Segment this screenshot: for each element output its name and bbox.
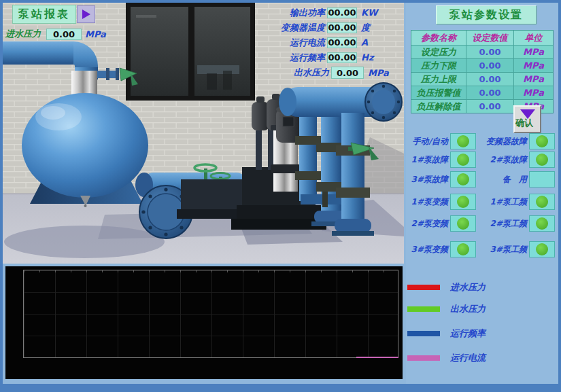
status-row: 2#泵变频 2#泵工频 [406, 215, 558, 232]
run-frequency-label: 运行频率 [245, 52, 325, 64]
parameter-table: 参数名称 设定数值 单位 设定压力 0.00 MPa 压力下限 0.00 MPa… [411, 30, 554, 113]
confirm-label: 确认 [515, 117, 533, 129]
report-play-button[interactable] [77, 5, 95, 23]
inverter-temp-label: 变频器温度 [245, 22, 325, 34]
window [126, 3, 255, 101]
inlet-pressure-label: 进水压力 [5, 28, 45, 40]
legend-item: 运行频率 [407, 328, 486, 339]
pressure-high-input[interactable]: 0.00 [466, 73, 513, 86]
status-row: 手动/自动 变频器故障 [406, 132, 558, 150]
report-button[interactable]: 泵站报表 [12, 5, 76, 24]
status-label: 2#泵故障 [479, 154, 527, 166]
table-header-row: 参数名称 设定数值 单位 [411, 31, 553, 45]
legend-label: 运行电流 [450, 352, 486, 364]
status-label: 1#泵故障 [406, 154, 448, 166]
status-label: 3#泵故障 [406, 174, 448, 185]
outlet-pressure-unit: MPa [368, 68, 389, 78]
status-lamp-pump2-vfd [450, 215, 476, 232]
legend-label: 出水压力 [450, 303, 486, 315]
output-power-unit: KW [361, 7, 377, 18]
trend-plot-area [23, 270, 398, 358]
pressure-low-input[interactable]: 0.00 [466, 59, 513, 72]
table-row: 设定压力 0.00 MPa [411, 45, 553, 58]
table-row: 负压报警值 0.00 MPa [411, 86, 553, 99]
report-button-group: 泵站报表 [12, 5, 95, 24]
run-frequency-value: 00.00 [327, 52, 357, 63]
axis-ticks [24, 270, 398, 272]
status-row: 3#泵变频 3#泵工频 [406, 240, 558, 258]
inlet-pressure-value: 0.00 [46, 29, 82, 40]
output-power-value: 00.00 [327, 7, 357, 18]
status-row: 1#泵变频 1#泵工频 [406, 193, 558, 211]
status-lamp-inverter-fault [529, 133, 555, 149]
status-lamp-manual-auto [450, 133, 476, 149]
trend-chart [5, 266, 403, 379]
outlet-pressure-value: 0.00 [331, 67, 364, 79]
status-lamp-spare [529, 171, 555, 188]
status-lamp-pump1-mains [529, 194, 555, 210]
neg-pressure-release-input[interactable]: 0.00 [466, 100, 513, 113]
output-power-label: 输出功率 [245, 7, 325, 19]
status-lamp-pump3-vfd [450, 241, 476, 257]
status-label: 1#泵变频 [406, 196, 448, 208]
neg-pressure-alarm-input[interactable]: 0.00 [466, 86, 513, 99]
readout-row: 运行频率 00.00 Hz [245, 52, 377, 63]
readout-group: 输出功率 00.00 KW 变频器温度 00.00 度 运行电流 00.00 A… [245, 7, 377, 67]
status-lamp-pump2-fault [529, 152, 555, 168]
run-current-trace [356, 357, 398, 358]
legend-item: 出水压力 [407, 304, 486, 315]
run-frequency-unit: Hz [361, 52, 373, 63]
legend-swatch-inlet-pressure [407, 285, 440, 290]
run-current-label: 运行电流 [245, 37, 325, 49]
col-unit: 单位 [513, 31, 553, 45]
status-row: 3#泵故障 备 用 [406, 171, 558, 188]
inlet-pressure-unit: MPa [85, 29, 106, 39]
main-content: 泵站报表 进水压力 0.00 MPa 输出功率 00.00 KW 变频器温度 0… [3, 3, 558, 384]
status-label: 手动/自动 [406, 136, 448, 147]
pump-station-3d-scene: 泵站报表 进水压力 0.00 MPa 输出功率 00.00 KW 变频器温度 0… [3, 3, 404, 264]
inverter-temp-unit: 度 [361, 22, 370, 34]
status-label: 1#泵工频 [479, 196, 527, 208]
hmi-window: 泵站报表 进水压力 0.00 MPa 输出功率 00.00 KW 变频器温度 0… [0, 0, 561, 392]
status-label: 3#泵变频 [406, 244, 448, 255]
legend-label: 运行频率 [450, 327, 486, 340]
status-lamp-pump2-mains [529, 215, 555, 232]
set-pressure-input[interactable]: 0.00 [466, 46, 513, 58]
legend-item: 进水压力 [407, 282, 486, 293]
legend-swatch-run-frequency [407, 331, 440, 336]
legend-swatch-run-current [407, 355, 440, 361]
status-label: 备 用 [479, 174, 527, 185]
inlet-pressure-row: 进水压力 0.00 MPa [5, 28, 106, 40]
parameter-panel: 泵站参数设置 参数名称 设定数值 单位 设定压力 0.00 MPa 压力下限 0… [406, 3, 558, 384]
panel-title: 泵站参数设置 [436, 5, 537, 24]
status-lamp-pump3-fault [450, 171, 476, 188]
status-label: 3#泵工频 [479, 244, 527, 255]
status-lamp-pump1-vfd [450, 194, 476, 210]
legend-item: 运行电流 [407, 353, 486, 363]
table-row: 压力下限 0.00 MPa [411, 58, 553, 72]
status-lamp-pump1-fault [450, 152, 476, 168]
run-current-unit: A [361, 37, 368, 48]
play-icon [82, 10, 90, 19]
legend-label: 进水压力 [450, 281, 486, 293]
confirm-button[interactable]: 确认 [513, 105, 541, 133]
status-label: 2#泵工频 [479, 218, 527, 230]
col-set-value: 设定数值 [466, 31, 513, 45]
readout-row: 变频器温度 00.00 度 [245, 22, 377, 33]
status-label: 2#泵变频 [406, 218, 448, 230]
status-row: 1#泵故障 2#泵故障 [406, 151, 558, 168]
readout-row: 运行电流 00.00 A [245, 37, 377, 48]
table-row: 压力上限 0.00 MPa [411, 72, 553, 86]
outlet-pressure-label: 出水压力 [245, 67, 329, 79]
legend-swatch-outlet-pressure [407, 306, 440, 312]
status-label: 变频器故障 [479, 136, 527, 147]
col-param-name: 参数名称 [411, 31, 466, 45]
readout-row: 输出功率 00.00 KW [245, 7, 377, 18]
status-lamp-pump3-mains [529, 241, 555, 257]
outlet-pressure-row: 出水压力 0.00 MPa [245, 67, 389, 79]
run-current-value: 00.00 [327, 37, 357, 48]
inverter-temp-value: 00.00 [327, 22, 357, 33]
